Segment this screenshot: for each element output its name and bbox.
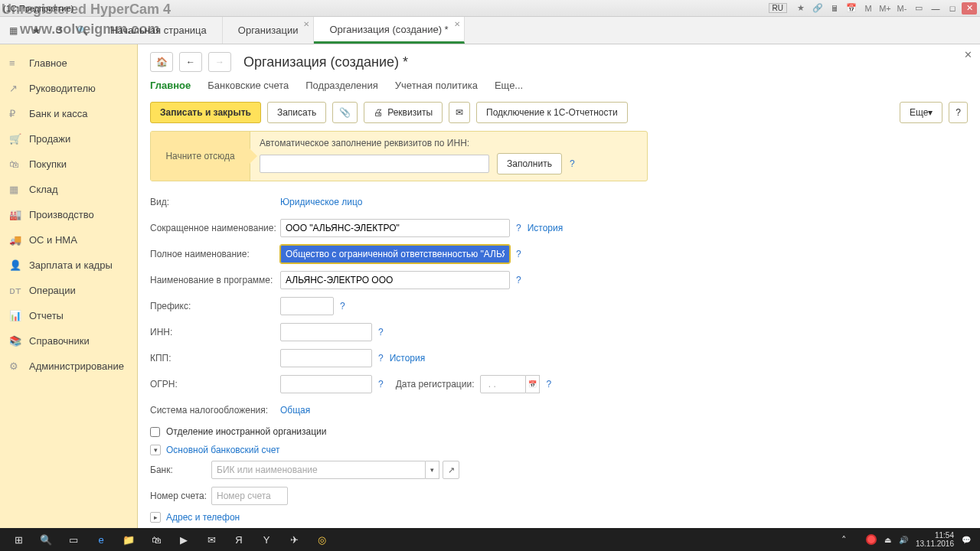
help-icon[interactable]: ?	[516, 275, 521, 285]
sidebar-item-sales[interactable]: 🛒Продажи	[0, 126, 137, 152]
envelope-button[interactable]: ✉	[449, 102, 470, 123]
calc-icon[interactable]: 🖩	[827, 2, 842, 15]
sidebar-item-main[interactable]: ≡Главное	[0, 51, 137, 76]
mplus-icon[interactable]: M+	[877, 2, 893, 15]
calendar-icon[interactable]: 📅	[526, 375, 540, 393]
maximize-button[interactable]: □	[945, 2, 960, 15]
telegram-icon[interactable]: ✈	[280, 529, 308, 550]
sidebar-item-reports[interactable]: 📊Отчеты	[0, 303, 137, 328]
requisites-button[interactable]: 🖨Реквизиты	[364, 102, 443, 123]
help-icon[interactable]: ?	[546, 379, 551, 390]
tray-up-icon[interactable]: ˄	[831, 529, 858, 550]
menu-icon: ≡	[9, 57, 21, 69]
kpp-history-link[interactable]: История	[390, 353, 426, 364]
foreign-branch-checkbox[interactable]	[150, 427, 160, 437]
history-link[interactable]: История	[528, 223, 564, 233]
lang-indicator[interactable]: RU	[769, 3, 787, 13]
sidebar-item-bank[interactable]: ₽Банк и касса	[0, 101, 137, 126]
subtab-acct[interactable]: Учетная политика	[395, 80, 478, 91]
sidebar-item-purchases[interactable]: 🛍Покупки	[0, 152, 137, 177]
kpp-input[interactable]	[280, 349, 372, 367]
sound-icon[interactable]: 🔊	[899, 536, 908, 544]
short-name-input[interactable]	[280, 219, 510, 237]
accno-input[interactable]	[211, 487, 288, 505]
help-icon[interactable]: ?	[340, 301, 345, 311]
store-icon[interactable]: 🛍	[142, 529, 170, 550]
link-icon[interactable]: 🔗	[810, 2, 825, 15]
save-button[interactable]: Записать	[267, 102, 326, 123]
full-name-input[interactable]	[280, 245, 510, 263]
record-icon[interactable]	[866, 534, 877, 545]
start-icon[interactable]: ⊞	[5, 529, 32, 550]
attach-button[interactable]: 📎	[332, 102, 358, 123]
help-button[interactable]: ?	[949, 102, 968, 123]
regdate-input[interactable]	[480, 375, 526, 393]
chevron-down-icon[interactable]: ▾	[426, 461, 439, 479]
subtab-main[interactable]: Главное	[150, 80, 191, 91]
short-name-label: Сокращенное наименование:	[150, 223, 280, 233]
help-icon[interactable]: ?	[516, 249, 521, 259]
sidebar-item-admin[interactable]: ⚙Администрирование	[0, 354, 137, 379]
fav-icon[interactable]: ★	[793, 2, 808, 15]
mail-icon[interactable]: ✉	[198, 529, 225, 550]
tax-value[interactable]: Общая	[280, 405, 310, 416]
grid-icon[interactable]: ▦	[5, 22, 21, 39]
clock[interactable]: 11:54 13.11.2016	[916, 531, 954, 548]
subtab-bank[interactable]: Банковские счета	[207, 80, 289, 91]
close-icon[interactable]: ✕	[303, 20, 309, 28]
help-icon[interactable]: ?	[570, 158, 575, 169]
mminus-icon[interactable]: M-	[894, 2, 910, 15]
home-button[interactable]: 🏠	[150, 52, 173, 72]
sidebar-item-production[interactable]: 🏭Производство	[0, 202, 137, 227]
help-icon[interactable]: ?	[378, 379, 384, 390]
prog-name-input[interactable]	[280, 271, 510, 289]
bank-input[interactable]	[211, 461, 426, 479]
address-phone-expander[interactable]: ▸ Адрес и телефон	[150, 512, 968, 523]
kind-value[interactable]: Юридическое лицо	[280, 197, 362, 207]
prefix-input[interactable]	[280, 297, 334, 315]
help-icon[interactable]: ?	[378, 353, 384, 364]
taskview-icon[interactable]: ▭	[60, 529, 87, 550]
help-icon[interactable]: ?	[378, 327, 384, 337]
fill-button[interactable]: Заполнить	[497, 153, 562, 174]
bank-account-expander[interactable]: ▾ Основной банковский счет	[150, 445, 968, 455]
subtab-dept[interactable]: Подразделения	[305, 80, 378, 91]
video-icon[interactable]: ▶	[170, 529, 198, 550]
sidebar-item-manager[interactable]: ↗Руководителю	[0, 76, 137, 101]
tab-neworg[interactable]: Организация (создание) *✕	[314, 17, 464, 44]
close-icon[interactable]: ✕	[454, 20, 460, 28]
connect-1c-button[interactable]: Подключение к 1С-Отчетности	[476, 102, 628, 123]
help-icon[interactable]: ?	[516, 223, 521, 233]
forward-button[interactable]: →	[208, 52, 231, 72]
close-button[interactable]: ✕	[962, 2, 977, 15]
1c-icon[interactable]: ◎	[308, 529, 335, 550]
sidebar-item-warehouse[interactable]: ▦Склад	[0, 177, 137, 202]
minimize-button[interactable]: —	[928, 2, 943, 15]
sidebar-item-os[interactable]: 🚚ОС и НМА	[0, 227, 137, 253]
subtab-more[interactable]: Еще...	[495, 80, 523, 91]
ogrn-input[interactable]	[280, 375, 372, 393]
sidebar-item-refs[interactable]: 📚Справочники	[0, 328, 137, 354]
m-icon[interactable]: M	[861, 2, 876, 15]
tab-orgs[interactable]: Организации✕	[223, 17, 315, 44]
close-pane-button[interactable]: ✕	[964, 49, 972, 60]
search-icon[interactable]: 🔍	[32, 529, 60, 550]
window-icon[interactable]: ▭	[911, 2, 926, 15]
edge-icon[interactable]: e	[87, 529, 115, 550]
usb-icon[interactable]: ⏏	[884, 536, 891, 544]
yandex-icon[interactable]: Я	[225, 529, 253, 550]
sidebar-item-salary[interactable]: 👤Зарплата и кадры	[0, 253, 137, 278]
yandex2-icon[interactable]: Y	[253, 529, 280, 550]
explorer-icon[interactable]: 📁	[115, 529, 142, 550]
sidebar-item-operations[interactable]: ᴅᴛОперации	[0, 278, 137, 303]
inn-autofill-input[interactable]	[260, 155, 489, 173]
page-title: Организация (создание) *	[243, 54, 408, 70]
more-button[interactable]: Еще ▾	[900, 102, 942, 123]
save-close-button[interactable]: Записать и закрыть	[150, 102, 261, 123]
back-button[interactable]: ←	[179, 52, 202, 72]
system-tray: ˄ ⏏ 🔊 11:54 13.11.2016 💬	[831, 529, 975, 550]
calendar-icon[interactable]: 📅	[844, 2, 859, 15]
open-ref-button[interactable]: ↗	[443, 461, 459, 479]
inn-input[interactable]	[280, 323, 372, 341]
notifications-icon[interactable]: 💬	[962, 536, 971, 544]
